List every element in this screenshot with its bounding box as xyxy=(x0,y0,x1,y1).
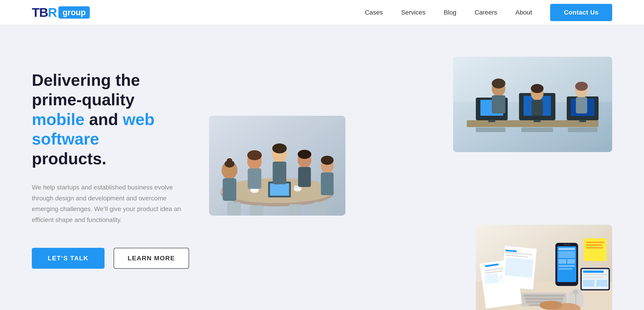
hero-description: We help startups and established busines… xyxy=(32,182,186,225)
nav-links: Cases Services Blog Careers About Contac… xyxy=(365,4,612,21)
svg-rect-41 xyxy=(248,168,261,189)
svg-rect-44 xyxy=(273,161,286,184)
nav-services[interactable]: Services xyxy=(401,9,426,16)
svg-rect-82 xyxy=(567,259,575,264)
svg-rect-8 xyxy=(534,120,540,122)
svg-rect-13 xyxy=(476,128,506,132)
svg-rect-20 xyxy=(532,100,543,116)
svg-rect-23 xyxy=(576,97,587,114)
hero-highlight-mobile: mobile xyxy=(32,110,84,129)
svg-point-46 xyxy=(298,150,311,159)
svg-point-40 xyxy=(247,150,262,160)
svg-rect-94 xyxy=(583,274,607,275)
hero-title: Delivering the prime-quality mobile and … xyxy=(32,70,191,168)
svg-rect-78 xyxy=(563,244,570,245)
hero-title-and: and xyxy=(89,110,123,129)
svg-point-90 xyxy=(540,301,562,310)
svg-point-43 xyxy=(272,144,287,154)
svg-point-21 xyxy=(531,84,544,93)
svg-rect-54 xyxy=(314,202,327,216)
learn-more-button[interactable]: LEARN MORE xyxy=(114,248,189,269)
svg-rect-52 xyxy=(250,205,264,216)
svg-rect-86 xyxy=(586,242,604,243)
nav-cases[interactable]: Cases xyxy=(365,9,383,16)
svg-point-24 xyxy=(575,82,588,91)
hero-title-line1: Delivering the prime-quality xyxy=(32,71,140,109)
svg-rect-51 xyxy=(227,202,241,216)
hero-images xyxy=(209,57,612,306)
svg-rect-83 xyxy=(558,265,575,267)
svg-rect-97 xyxy=(596,280,608,287)
svg-rect-93 xyxy=(583,271,604,273)
image-design-wireframe xyxy=(476,225,612,310)
svg-rect-79 xyxy=(558,248,575,250)
logo-group-box: group xyxy=(58,6,90,19)
svg-rect-49 xyxy=(321,172,334,195)
svg-rect-15 xyxy=(568,128,598,132)
contact-us-button[interactable]: Contact Us xyxy=(550,4,612,21)
nav-blog[interactable]: Blog xyxy=(444,9,456,16)
svg-rect-3 xyxy=(467,120,598,127)
nav-about[interactable]: About xyxy=(516,9,532,16)
lets-talk-button[interactable]: LET‘S TALK xyxy=(32,248,104,269)
svg-point-37 xyxy=(227,158,232,163)
hero-buttons: LET‘S TALK LEARN MORE xyxy=(32,248,191,269)
svg-rect-59 xyxy=(525,298,563,300)
hero-content: Delivering the prime-quality mobile and … xyxy=(32,57,191,269)
logo-group-label: group xyxy=(62,8,86,17)
svg-point-18 xyxy=(492,79,506,89)
nav-careers[interactable]: Careers xyxy=(474,9,497,16)
image-team-meeting xyxy=(209,116,346,216)
svg-point-50 xyxy=(321,156,334,165)
svg-rect-95 xyxy=(583,277,604,278)
svg-rect-81 xyxy=(558,259,566,264)
svg-rect-5 xyxy=(488,120,495,122)
svg-rect-47 xyxy=(298,167,311,187)
hero-title-line3: products. xyxy=(32,150,106,168)
svg-rect-80 xyxy=(558,251,575,258)
svg-rect-87 xyxy=(586,244,602,246)
svg-rect-88 xyxy=(586,247,603,249)
svg-rect-58 xyxy=(524,295,564,297)
svg-rect-11 xyxy=(579,120,586,122)
svg-rect-84 xyxy=(558,268,572,270)
logo[interactable]: TBR group xyxy=(32,5,90,20)
svg-rect-30 xyxy=(270,183,289,196)
svg-point-64 xyxy=(573,290,579,295)
svg-rect-38 xyxy=(223,178,236,201)
logo-tbr-text: TBR xyxy=(32,5,56,20)
navbar: TBR group Cases Services Blog Careers Ab… xyxy=(0,0,644,25)
svg-rect-96 xyxy=(583,280,594,287)
svg-rect-53 xyxy=(288,204,302,216)
image-team-computers xyxy=(453,57,612,152)
svg-rect-17 xyxy=(492,95,506,114)
svg-rect-75 xyxy=(505,257,534,278)
hero-section: Delivering the prime-quality mobile and … xyxy=(0,25,644,310)
svg-rect-14 xyxy=(521,128,553,132)
svg-rect-69 xyxy=(484,273,499,284)
